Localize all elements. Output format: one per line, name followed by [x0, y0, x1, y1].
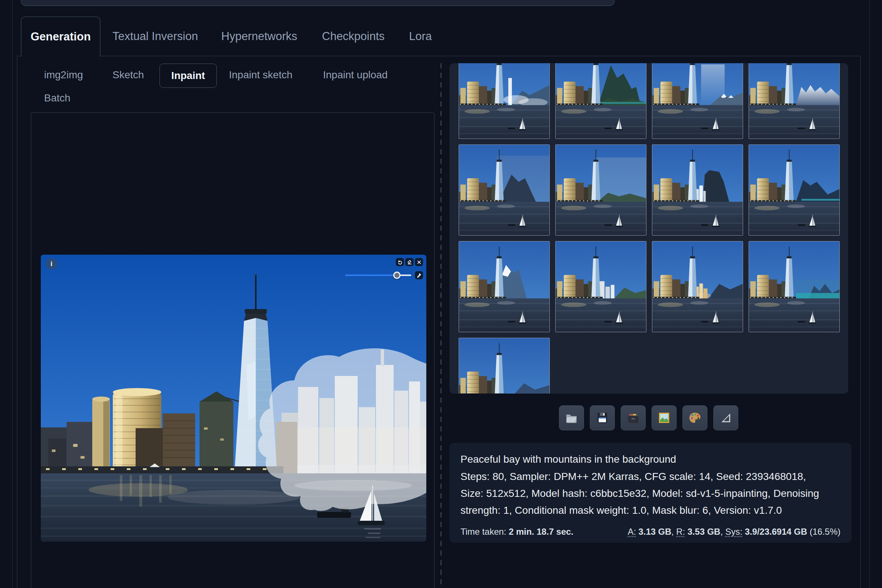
brush-controls	[345, 271, 423, 279]
info-icon[interactable]: i	[46, 258, 57, 269]
subtab-img2img[interactable]: img2img	[44, 69, 83, 81]
main-tab-bar: Generation Textual Inversion Hypernetwor…	[17, 16, 861, 56]
brush-icon[interactable]	[415, 271, 423, 279]
close-icon[interactable]	[415, 258, 423, 266]
subtab-inpaint-sketch[interactable]: Inpaint sketch	[229, 69, 292, 81]
prompt-textarea[interactable]	[21, 0, 615, 6]
eraser-icon[interactable]	[405, 258, 413, 266]
tab-generation[interactable]: Generation	[21, 16, 100, 57]
tab-checkpoints[interactable]: Checkpoints	[322, 30, 385, 43]
generation-tab-panel: img2img Sketch Inpaint Inpaint sketch In…	[17, 56, 861, 588]
subtab-inpaint-upload[interactable]: Inpaint upload	[323, 69, 388, 81]
subtab-batch[interactable]: Batch	[44, 92, 70, 104]
tab-textual-inversion[interactable]: Textual Inversion	[112, 30, 198, 43]
subtab-inpaint[interactable]: Inpaint	[159, 64, 217, 88]
brush-size-slider[interactable]	[345, 274, 411, 276]
canvas-toolbar	[396, 258, 423, 266]
brush-slider-handle[interactable]	[393, 272, 400, 279]
tab-hypernetworks[interactable]: Hypernetworks	[221, 30, 297, 43]
subtab-sketch[interactable]: Sketch	[112, 69, 144, 81]
undo-icon[interactable]	[396, 258, 404, 266]
tab-lora[interactable]: Lora	[409, 30, 432, 43]
app-root: Generation Textual Inversion Hypernetwor…	[0, 0, 882, 588]
